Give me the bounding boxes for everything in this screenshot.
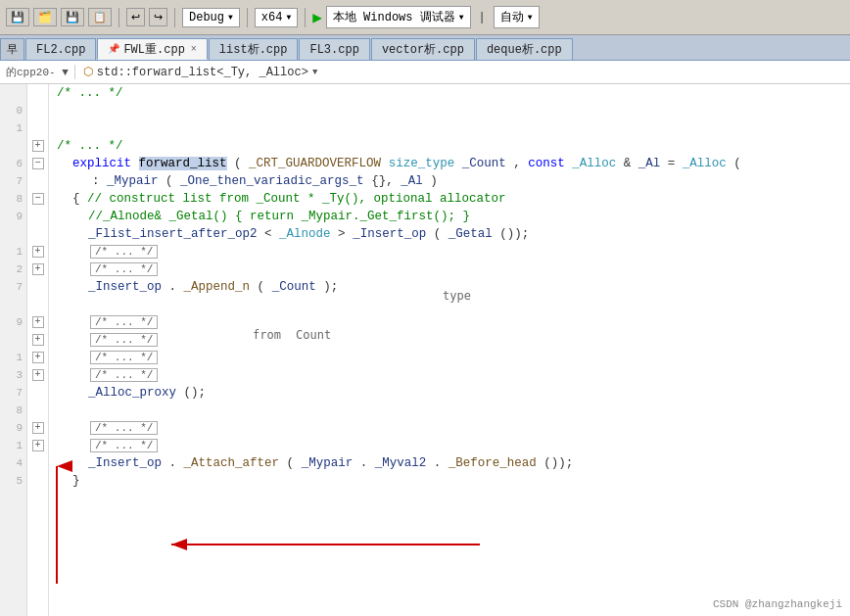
id-al: _Al bbox=[638, 157, 661, 170]
run-label: 本地 Windows 调试器 bbox=[333, 9, 455, 25]
ln-31: 1 bbox=[0, 437, 26, 454]
expand-btn-7[interactable]: + bbox=[32, 334, 44, 346]
toolbar-sep-text: | bbox=[479, 11, 486, 24]
expand-btn-9[interactable]: + bbox=[32, 369, 44, 381]
expand-btn-11[interactable]: + bbox=[32, 440, 44, 451]
code-p2: ( bbox=[434, 227, 442, 241]
tab-deque[interactable]: deque析.cpp bbox=[476, 38, 573, 60]
tab-vector-label: vector析.cpp bbox=[382, 41, 464, 58]
cm-alnode: //_Alnode& _Getal() { return _Mypair._Ge… bbox=[88, 210, 470, 223]
gr-6 bbox=[27, 172, 48, 190]
code-dot2: . bbox=[169, 456, 177, 470]
tab-early[interactable]: 早 bbox=[0, 38, 24, 60]
expand-btn-8[interactable]: + bbox=[32, 352, 44, 363]
gr-13 bbox=[27, 296, 48, 313]
fn-attach: _Attach_after bbox=[184, 456, 280, 470]
tab-close-icon[interactable]: × bbox=[191, 44, 197, 55]
code-amp: & bbox=[624, 157, 638, 170]
tab-pin-icon: 📌 bbox=[108, 43, 119, 55]
auto-dropdown[interactable]: 自动 ▼ bbox=[494, 6, 540, 28]
code-cp: ) bbox=[430, 174, 438, 188]
gr-2 bbox=[27, 102, 48, 119]
gutter: + − − + + + + bbox=[27, 84, 49, 616]
scope-label: 的cpp20- bbox=[6, 67, 56, 78]
gr-4: + bbox=[27, 137, 48, 155]
gr-1 bbox=[27, 84, 48, 102]
tab-deque-label: deque析.cpp bbox=[487, 41, 562, 58]
code-line-2 bbox=[53, 102, 850, 119]
tab-fwl-label: FWL重.cpp bbox=[123, 41, 184, 58]
collapsed-box-5: /* ... */ bbox=[90, 351, 158, 364]
ln-blank2 bbox=[0, 137, 26, 155]
class-selector[interactable]: ⬡ std::forward_list<_Ty, _Alloc> ▼ bbox=[83, 65, 317, 79]
code-gt: > bbox=[338, 227, 353, 241]
ln-34: 4 bbox=[0, 454, 26, 472]
expand-btn-10[interactable]: + bbox=[32, 422, 44, 434]
debug-dropdown[interactable]: Debug ▼ bbox=[182, 8, 240, 27]
code-brace: {}, bbox=[371, 174, 401, 188]
tab-fl2[interactable]: FL2.cpp bbox=[25, 38, 96, 60]
redo-button[interactable]: ↪ bbox=[149, 8, 167, 26]
expand-btn-1[interactable]: + bbox=[32, 140, 44, 152]
code-rest: , bbox=[513, 157, 528, 170]
collapsed-box-1: /* ... */ bbox=[90, 245, 158, 259]
tab-early-label: 早 bbox=[7, 42, 18, 57]
sep-1 bbox=[118, 8, 119, 27]
tab-list[interactable]: list析.cpp bbox=[209, 38, 299, 60]
code-colon: : bbox=[92, 174, 107, 188]
code-lt: < bbox=[264, 227, 272, 241]
code-line-14: /* ... */ bbox=[53, 313, 850, 331]
toolbar-btn-1[interactable]: 💾 bbox=[6, 8, 29, 26]
type-alloc2: _Alloc bbox=[683, 157, 727, 170]
undo-button[interactable]: ↩ bbox=[126, 8, 145, 26]
code-line-11: /* ... */ bbox=[53, 261, 850, 278]
code-p3: ( bbox=[258, 280, 265, 294]
line-numbers: 0 1 6 7 8 9 1 2 7 9 1 3 7 8 9 1 4 5 bbox=[0, 84, 27, 616]
gr-23 bbox=[27, 472, 48, 490]
code-cp3: ); bbox=[323, 280, 338, 294]
scope-selector[interactable]: 的cpp20- ▼ bbox=[6, 65, 75, 79]
platform-label: x64 bbox=[261, 11, 283, 24]
toolbar-btn-2[interactable]: 🗂️ bbox=[33, 8, 57, 26]
toolbar-btn-3[interactable]: 💾 bbox=[61, 8, 84, 26]
expand-btn-2[interactable]: − bbox=[32, 158, 44, 169]
expand-btn-4[interactable]: + bbox=[32, 246, 44, 258]
code-content[interactable]: /* ... */ /* ... */ explicit forward_lis… bbox=[49, 84, 850, 616]
collapsed-box-3: /* ... */ bbox=[90, 315, 158, 329]
code-line-18: _Alloc_proxy (); bbox=[53, 384, 850, 402]
debug-dropdown-arrow: ▼ bbox=[228, 13, 233, 22]
run-dropdown[interactable]: 本地 Windows 调试器 ▼ bbox=[326, 6, 471, 28]
expand-btn-5[interactable]: + bbox=[32, 263, 44, 275]
ln-blank1 bbox=[0, 84, 26, 102]
code-line-7: { // construct list from _Count * _Ty(),… bbox=[53, 190, 850, 208]
gr-9 bbox=[27, 225, 48, 243]
tab-fl3[interactable]: FL3.cpp bbox=[299, 38, 369, 60]
platform-dropdown[interactable]: x64 ▼ bbox=[255, 8, 298, 27]
ln-blank3 bbox=[0, 225, 26, 243]
code-line-17: /* ... */ bbox=[53, 366, 850, 384]
expand-btn-3[interactable]: − bbox=[32, 193, 44, 205]
ln-35: 5 bbox=[0, 472, 26, 490]
gr-19 bbox=[27, 402, 48, 419]
tab-list-label: list析.cpp bbox=[219, 41, 288, 58]
gr-17: + bbox=[27, 366, 48, 384]
code-paren: ( bbox=[234, 157, 242, 170]
code-p4: ( bbox=[287, 456, 295, 470]
tab-fwl[interactable]: 📌 FWL重.cpp × bbox=[97, 38, 207, 60]
tab-fl2-label: FL2.cpp bbox=[36, 43, 85, 57]
code-line-5: explicit forward_list ( _CRT_GUARDOVERFL… bbox=[53, 155, 850, 172]
toolbar-btn-4[interactable]: 📋 bbox=[88, 8, 112, 26]
tab-fl3-label: FL3.cpp bbox=[309, 43, 358, 57]
type-alnode: _Alnode bbox=[279, 227, 331, 241]
gr-16: + bbox=[27, 349, 48, 366]
collapsed-box-6: /* ... */ bbox=[90, 368, 158, 382]
sep-4 bbox=[305, 8, 306, 27]
code-dot4: . bbox=[434, 456, 442, 470]
id-mypair2: _Mypair bbox=[302, 456, 354, 470]
expand-btn-6[interactable]: + bbox=[32, 316, 44, 328]
tab-vector[interactable]: vector析.cpp bbox=[371, 38, 475, 60]
code-line-22: _Insert_op . _Attach_after ( _Mypair . _… bbox=[53, 454, 850, 472]
ln-27: 7 bbox=[0, 384, 26, 402]
code-cp2: ()); bbox=[499, 227, 529, 241]
ln-12: 2 bbox=[0, 261, 26, 278]
